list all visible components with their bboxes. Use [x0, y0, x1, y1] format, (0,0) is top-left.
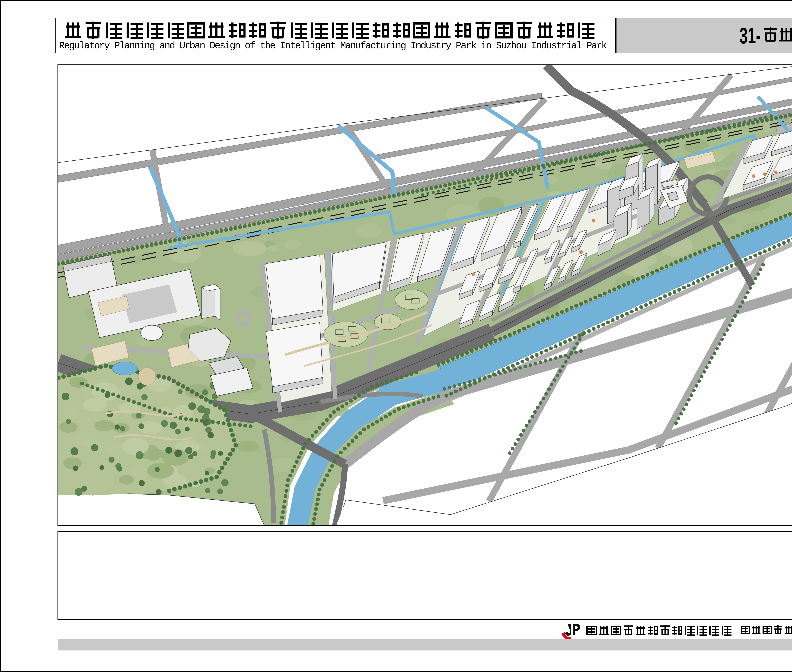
svg-text:31-: 31-: [739, 23, 761, 48]
